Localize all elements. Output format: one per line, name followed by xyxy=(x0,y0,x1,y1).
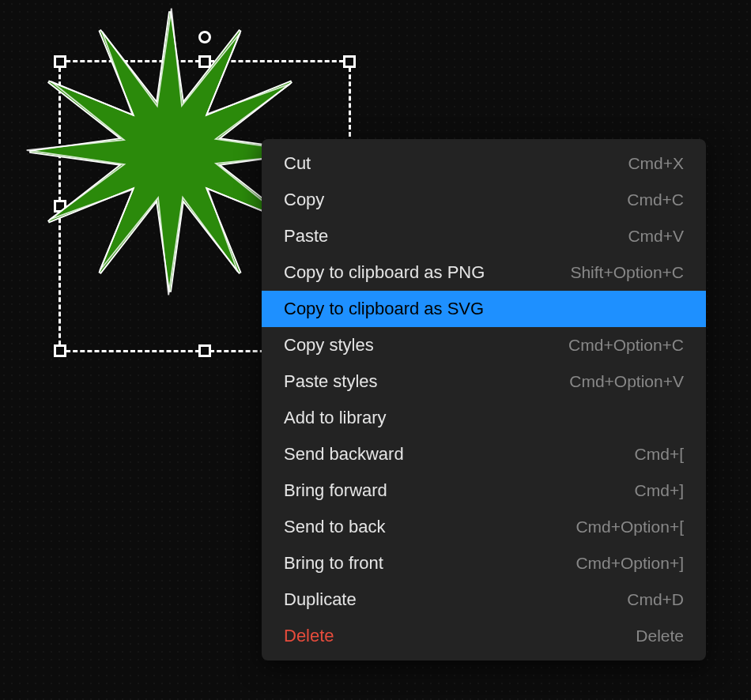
menu-item-label: Send to back xyxy=(284,517,385,537)
menu-item-shortcut: Cmd+] xyxy=(635,481,684,500)
menu-item-shortcut: Cmd+[ xyxy=(635,445,684,464)
menu-item-shortcut: Cmd+D xyxy=(627,590,684,609)
menu-item-shortcut: Cmd+Option+[ xyxy=(576,517,684,536)
menu-item-paste-styles[interactable]: Paste styles Cmd+Option+V xyxy=(262,363,706,400)
menu-item-label: Paste xyxy=(284,226,328,247)
menu-item-shortcut: Delete xyxy=(636,627,684,645)
menu-item-label: Copy to clipboard as SVG xyxy=(284,299,484,319)
menu-item-label: Paste styles xyxy=(284,371,378,392)
menu-item-copy-png[interactable]: Copy to clipboard as PNG Shift+Option+C xyxy=(262,254,706,291)
menu-item-copy-svg[interactable]: Copy to clipboard as SVG xyxy=(262,291,706,327)
menu-item-send-backward[interactable]: Send backward Cmd+[ xyxy=(262,436,706,472)
menu-item-copy-styles[interactable]: Copy styles Cmd+Option+C xyxy=(262,327,706,363)
menu-item-paste[interactable]: Paste Cmd+V xyxy=(262,218,706,254)
menu-item-label: Copy xyxy=(284,190,324,210)
resize-handle-bottom-middle[interactable] xyxy=(198,344,211,357)
menu-item-shortcut: Cmd+Option+C xyxy=(568,336,684,355)
menu-item-shortcut: Shift+Option+C xyxy=(570,263,684,282)
menu-item-delete[interactable]: Delete Delete xyxy=(262,618,706,654)
menu-item-label: Bring forward xyxy=(284,480,387,501)
menu-item-label: Copy styles xyxy=(284,335,374,356)
menu-item-copy[interactable]: Copy Cmd+C xyxy=(262,182,706,218)
menu-item-shortcut: Cmd+Option+] xyxy=(576,554,684,573)
menu-item-label: Send backward xyxy=(284,444,404,465)
menu-item-label: Bring to front xyxy=(284,553,383,574)
resize-handle-top-right[interactable] xyxy=(343,55,356,68)
menu-item-shortcut: Cmd+V xyxy=(628,227,684,246)
menu-item-label: Add to library xyxy=(284,408,387,428)
menu-item-cut[interactable]: Cut Cmd+X xyxy=(262,145,706,182)
resize-handle-bottom-left[interactable] xyxy=(54,344,66,357)
menu-item-send-to-back[interactable]: Send to back Cmd+Option+[ xyxy=(262,509,706,545)
menu-item-add-to-library[interactable]: Add to library xyxy=(262,400,706,436)
menu-item-label: Duplicate xyxy=(284,589,357,610)
context-menu: Cut Cmd+X Copy Cmd+C Paste Cmd+V Copy to… xyxy=(262,139,706,660)
menu-item-label: Copy to clipboard as PNG xyxy=(284,262,485,283)
menu-item-bring-forward[interactable]: Bring forward Cmd+] xyxy=(262,472,706,509)
menu-item-shortcut: Cmd+C xyxy=(627,190,684,209)
menu-item-bring-to-front[interactable]: Bring to front Cmd+Option+] xyxy=(262,545,706,581)
menu-item-duplicate[interactable]: Duplicate Cmd+D xyxy=(262,581,706,618)
menu-item-shortcut: Cmd+X xyxy=(628,154,684,173)
menu-item-label: Cut xyxy=(284,153,311,174)
menu-item-label: Delete xyxy=(284,626,334,646)
menu-item-shortcut: Cmd+Option+V xyxy=(569,372,684,391)
